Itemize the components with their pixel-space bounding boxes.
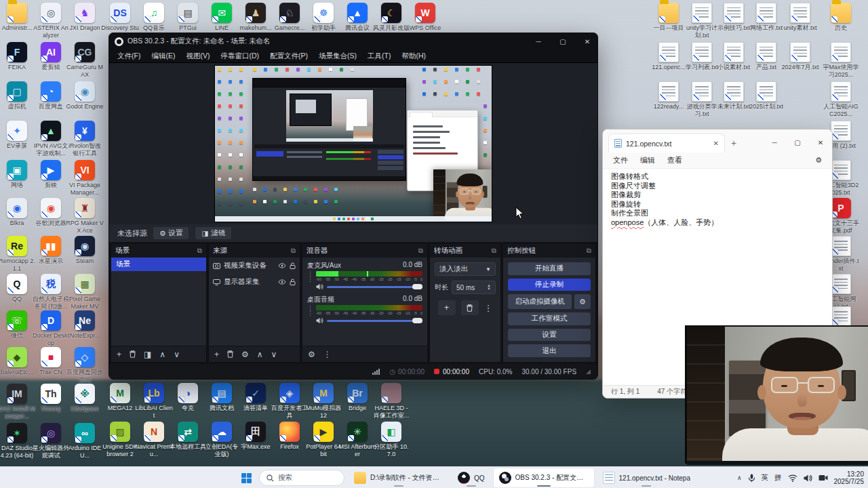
transition-menu-button[interactable]: ⋮ bbox=[484, 304, 493, 312]
remove-source-button[interactable] bbox=[227, 350, 233, 358]
add-source-button[interactable]: + bbox=[214, 350, 219, 359]
desktop-icon-77[interactable]: 122ready... bbox=[650, 81, 688, 110]
desktop-icon-38[interactable]: ♫QQ音乐 bbox=[135, 3, 173, 32]
desktop-icon-56[interactable]: ▨Unigine SDK browser 2 bbox=[101, 422, 139, 458]
taskbar-app-obs[interactable]: OBS 30.2.3 - 配置文件: 未 bbox=[494, 468, 594, 487]
move-source-down-button[interactable]: ∨ bbox=[271, 350, 277, 359]
desktop-icon-8[interactable]: QQQ bbox=[0, 274, 36, 303]
remove-transition-button[interactable] bbox=[461, 300, 479, 315]
duration-stepper[interactable]: ▲▼ bbox=[487, 284, 491, 291]
desktop-icon-58[interactable]: ⇄本地远程工具 bbox=[169, 422, 207, 451]
obs-menu-item-3[interactable]: 视图(V) bbox=[180, 52, 215, 61]
desktop-icon-29[interactable]: VIVI Package Manager... bbox=[66, 160, 104, 196]
webcam-video-window[interactable] bbox=[685, 325, 868, 464]
desktop-icon-59[interactable]: ☁立创EDA(专业版) bbox=[203, 422, 241, 458]
control-button-停止录制[interactable]: 停止录制 bbox=[508, 279, 591, 291]
minimize-button[interactable]: ─ bbox=[763, 132, 786, 152]
mixer-menu-button[interactable]: ⋮ bbox=[323, 350, 332, 359]
desktop-icon-12[interactable]: ✶DAZ Studio 4.23 (64-bit) bbox=[0, 423, 36, 459]
obs-preview-canvas[interactable] bbox=[215, 66, 492, 222]
taskbar-search-box[interactable]: 搜索 bbox=[259, 470, 344, 486]
ime-pinyin-indicator[interactable]: 拼 bbox=[774, 473, 782, 483]
notepad-tab[interactable]: 121.opencv.txt ✕ bbox=[608, 134, 725, 152]
add-scene-button[interactable]: + bbox=[117, 350, 121, 359]
taskbar-app-notepad[interactable]: 121.opencv.txt - Notepa bbox=[597, 468, 696, 487]
desktop-icon-4[interactable]: ✦EV录屏 bbox=[0, 121, 36, 150]
desktop-icon-22[interactable]: ■Trae CN bbox=[32, 347, 70, 376]
desktop-icon-42[interactable]: ♘Gamecre... bbox=[271, 3, 309, 32]
desktop-icon-24[interactable]: ◎星火编辑器外观调试 bbox=[32, 423, 70, 459]
obs-menu-item-4[interactable]: 停靠窗口(D) bbox=[215, 52, 264, 61]
desktop-icon-57[interactable]: NNavicat Premiu... bbox=[135, 422, 173, 458]
desktop-icon-46[interactable]: WWPS Office bbox=[406, 3, 444, 32]
settings-gear-icon[interactable]: ⚙ bbox=[809, 156, 828, 165]
desktop-icon-80[interactable]: 2025计划.txt bbox=[747, 81, 785, 110]
virtual-camera-button[interactable]: 启动虚拟摄像机 bbox=[508, 294, 572, 309]
maximize-button[interactable]: ▢ bbox=[786, 132, 809, 152]
desktop-icon-1[interactable]: Administr... bbox=[0, 3, 36, 32]
obs-titlebar[interactable]: OBS 30.2.3 - 配置文件: 未命名 - 场景: 未命名 ─ ▢ ✕ bbox=[109, 33, 597, 49]
speaker-icon[interactable] bbox=[804, 474, 812, 482]
desktop-icon-7[interactable]: ReRemocapp 2.1.1 bbox=[0, 236, 36, 272]
desktop-icon-61[interactable]: Firefox bbox=[271, 422, 309, 451]
desktop-icon-28[interactable]: ¥iRvolon智改银行工具 bbox=[66, 121, 104, 157]
add-transition-button[interactable]: + bbox=[438, 300, 456, 315]
lock-icon[interactable] bbox=[290, 279, 296, 285]
desktop-icon-6[interactable]: ◉Blkra bbox=[0, 198, 36, 227]
desktop-icon-51[interactable]: ✓滴答清单 bbox=[237, 383, 275, 412]
desktop-icon-45[interactable]: ☾风灵月影改版 bbox=[372, 3, 410, 32]
desktop-icon-76[interactable]: 宇Max使用学习2025... bbox=[822, 42, 860, 78]
minimize-button[interactable]: ─ bbox=[528, 33, 549, 49]
desktop-icon-9[interactable]: ☏微信 bbox=[0, 310, 36, 340]
desktop-icon-40[interactable]: ✉LINE bbox=[203, 3, 241, 32]
desktop-icon-32[interactable]: ▦Pixel Game Maker MV bbox=[66, 274, 104, 310]
obs-menu-item-5[interactable]: 配置文件(P) bbox=[264, 52, 313, 61]
obs-menu-item-1[interactable]: 文件(F) bbox=[112, 52, 146, 61]
microphone-icon[interactable] bbox=[748, 474, 755, 483]
desktop-icon-54[interactable]: BrBridge bbox=[338, 383, 376, 412]
wifi-icon[interactable] bbox=[788, 474, 797, 482]
move-source-up-button[interactable]: ∧ bbox=[257, 350, 263, 359]
desktop-icon-2[interactable]: FFEIKA bbox=[0, 42, 36, 71]
popout-icon[interactable]: ⧉ bbox=[291, 247, 296, 255]
control-button-退出[interactable]: 退出 bbox=[508, 344, 591, 357]
desktop-icon-64[interactable]: ◧分区助手 10.7.0 bbox=[372, 422, 410, 458]
desktop-icon-10[interactable]: ◆balenaEtc... bbox=[0, 347, 36, 376]
tray-overflow-chevron[interactable]: ∧ bbox=[737, 474, 742, 481]
taskbar-app-qq[interactable]: QQ bbox=[452, 468, 490, 487]
notepad-titlebar[interactable]: 121.opencv.txt ✕ ＋ ─ ▢ ✕ bbox=[603, 129, 832, 152]
desktop-icon-60[interactable]: 田宇Max.exe bbox=[237, 422, 275, 451]
visibility-eye-icon[interactable] bbox=[278, 263, 286, 268]
desktop-icon-71[interactable]: 121.openc... bbox=[650, 42, 688, 71]
transition-duration-input[interactable]: 50 ms ▲▼ bbox=[452, 281, 496, 294]
desktop-icon-69[interactable]: unity素材.txt bbox=[781, 3, 819, 32]
desktop-icon-47[interactable]: MMEGA12 bbox=[101, 383, 139, 412]
desktop-icon-81[interactable]: 人工智能AIGC2025... bbox=[822, 81, 860, 117]
desktop-icon-49[interactable]: ◑夸克 bbox=[169, 383, 207, 412]
move-scene-down-button[interactable]: ∨ bbox=[174, 350, 180, 359]
desktop-icon-30[interactable]: ♜RPG Maker VX Ace bbox=[66, 198, 104, 234]
desktop-icon-25[interactable]: ♞JXI Dragon bbox=[66, 3, 104, 32]
control-button-设置[interactable]: 设置 bbox=[508, 329, 591, 342]
desktop-icon-43[interactable]: ☸初学助手 bbox=[304, 3, 342, 32]
new-tab-button[interactable]: ＋ bbox=[725, 134, 743, 152]
desktop-icon-50[interactable]: ▤腾讯文档 bbox=[203, 383, 241, 412]
advanced-audio-button[interactable]: ⚙ bbox=[308, 350, 315, 359]
visibility-eye-icon[interactable] bbox=[278, 279, 286, 285]
desktop-icon-5[interactable]: ▣网络 bbox=[0, 160, 36, 189]
transition-select[interactable]: 淡入淡出▼ bbox=[435, 262, 496, 276]
desktop-icon-75[interactable]: 2024年7月.txt bbox=[781, 42, 819, 71]
popout-icon[interactable]: ⧉ bbox=[587, 247, 591, 255]
desktop-icon-55[interactable]: HAELE 3D - 肖像工作室... bbox=[372, 383, 410, 419]
desktop-icon-44[interactable]: ▲腾讯会议 bbox=[338, 3, 376, 32]
desktop-icon-13[interactable]: ◎ASTERIX Analyzer bbox=[32, 3, 70, 39]
close-button[interactable]: ✕ bbox=[809, 132, 832, 152]
obs-window[interactable]: OBS 30.2.3 - 配置文件: 未命名 - 场景: 未命名 ─ ▢ ✕ 文… bbox=[108, 33, 598, 380]
desktop-icon-20[interactable]: 税自然人电子税务局 (扣缴... bbox=[32, 274, 70, 310]
close-button[interactable]: ✕ bbox=[577, 33, 597, 49]
obs-menu-item-7[interactable]: 工具(T) bbox=[362, 52, 396, 61]
desktop-icon-19[interactable]: ▮▮水星演示 bbox=[32, 236, 70, 265]
desktop-icon-35[interactable]: ※CiteSpace bbox=[66, 384, 104, 413]
popout-icon[interactable]: ⧉ bbox=[197, 247, 202, 255]
desktop-icon-34[interactable]: ◇百度网盘同步空间 bbox=[66, 347, 104, 383]
